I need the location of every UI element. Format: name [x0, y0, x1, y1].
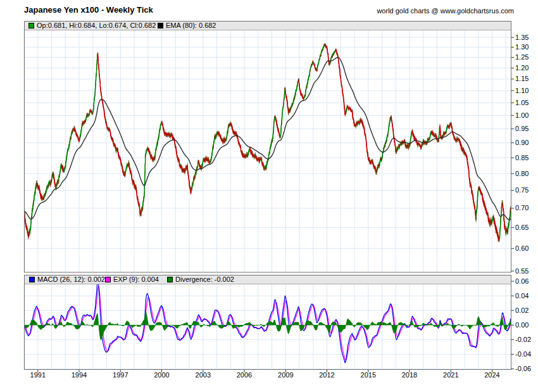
macd-legend-label: MACD (26, 12): 0.002 [37, 275, 105, 284]
svg-text:0.75: 0.75 [515, 186, 529, 194]
ema-line [24, 58, 511, 220]
svg-text:-0.04: -0.04 [515, 350, 531, 358]
svg-text:0.90: 0.90 [515, 139, 529, 146]
svg-text:0.60: 0.60 [515, 244, 529, 252]
svg-text:0.55: 0.55 [515, 267, 529, 275]
svg-text:1.20: 1.20 [515, 64, 529, 72]
credit-text: world gold charts @ www.goldchartsrus.co… [377, 7, 514, 15]
svg-text:0.02: 0.02 [515, 307, 529, 314]
svg-text:2021: 2021 [443, 371, 458, 379]
macd-panel [24, 280, 511, 363]
svg-text:1.25: 1.25 [515, 53, 529, 61]
svg-text:2024: 2024 [484, 371, 499, 379]
svg-text:-0.06: -0.06 [515, 365, 531, 372]
exp-legend-label: EXP (9): 0.004 [113, 275, 159, 284]
svg-text:0.00: 0.00 [515, 321, 529, 329]
divergence-swatch-icon [167, 277, 173, 282]
svg-text:2015: 2015 [361, 371, 376, 379]
svg-text:1.30: 1.30 [515, 43, 529, 51]
ema-legend-label: EMA (80): 0.682 [166, 22, 216, 30]
svg-text:0.65: 0.65 [515, 224, 529, 231]
price-macd-plot[interactable]: 1.351.301.251.201.151.101.051.000.950.90… [0, 0, 538, 392]
chart-title: Japanese Yen x100 - Weekly Tick [24, 5, 153, 15]
ohlc-swatch-icon [28, 23, 34, 28]
chart-page: Japanese Yen x100 - Weekly Tick world go… [0, 0, 538, 392]
svg-text:2003: 2003 [196, 371, 211, 379]
svg-text:1.05: 1.05 [515, 99, 529, 106]
ohlc-legend-label: Op:0.681, Hi:0.684, Lo:0.674, Cl:0.682 [37, 22, 156, 30]
axis-ticks [38, 37, 514, 372]
svg-text:2006: 2006 [237, 371, 252, 379]
svg-text:1.10: 1.10 [515, 87, 529, 94]
svg-text:1997: 1997 [113, 371, 128, 379]
svg-text:-0.02: -0.02 [515, 336, 531, 343]
svg-text:2000: 2000 [154, 371, 169, 379]
main-legend-bar: Op:0.681, Hi:0.684, Lo:0.674, Cl:0.682 E… [25, 22, 511, 30]
svg-text:0.80: 0.80 [515, 170, 529, 177]
svg-text:0.70: 0.70 [515, 204, 529, 212]
svg-text:1994: 1994 [72, 371, 87, 379]
svg-text:1.00: 1.00 [515, 111, 529, 119]
svg-text:1.15: 1.15 [515, 75, 529, 82]
svg-text:2018: 2018 [402, 371, 417, 379]
svg-text:2012: 2012 [319, 371, 334, 379]
exp-swatch-icon [105, 277, 111, 282]
svg-text:0.85: 0.85 [515, 154, 529, 161]
svg-text:1.35: 1.35 [515, 34, 529, 41]
ema-swatch-icon [158, 23, 163, 28]
divergence-legend-label: Divergence: -0.002 [175, 275, 234, 284]
macd-swatch-icon [29, 277, 35, 282]
svg-text:2009: 2009 [278, 371, 293, 379]
svg-text:0.04: 0.04 [515, 292, 529, 300]
svg-text:0.06: 0.06 [515, 277, 529, 285]
svg-text:0.95: 0.95 [515, 125, 529, 132]
svg-text:1991: 1991 [30, 371, 46, 379]
macd-legend-bar: MACD (26, 12): 0.002 EXP (9): 0.004 Dive… [25, 275, 511, 284]
